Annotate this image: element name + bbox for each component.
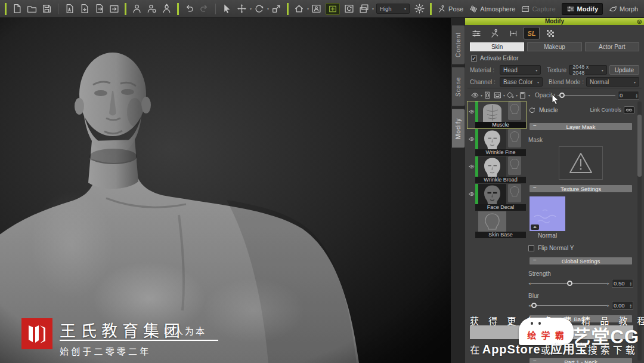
tab-makeup[interactable]: Makeup	[527, 42, 581, 51]
blur-spinner[interactable]: ▴▾	[630, 303, 631, 308]
character-export-icon[interactable]	[162, 4, 172, 14]
eye-icon[interactable]	[469, 109, 475, 115]
move-tool-caret-icon[interactable]: ▾	[250, 7, 252, 11]
opacity-spinner[interactable]: ▴▾	[636, 93, 637, 98]
strength-slider-thumb[interactable]	[567, 281, 572, 286]
mask-sheet-icon[interactable]	[484, 91, 491, 99]
layer-row-muscle[interactable]: Muscle	[467, 101, 526, 128]
orbit-camera-icon[interactable]	[344, 4, 354, 14]
layer-mask-thumbnail[interactable]	[508, 101, 521, 120]
select-tool-icon[interactable]	[222, 4, 232, 14]
normal-map-thumbnail[interactable]: ◂▸	[530, 196, 565, 231]
strength-spinner[interactable]: ▴▾	[630, 281, 631, 286]
section-global-settings[interactable]: − Global Settings	[530, 257, 632, 264]
tab-actor-part[interactable]: Actor Part	[585, 42, 639, 51]
focus-view-button[interactable]	[326, 3, 340, 15]
clipboard-caret-icon[interactable]: ▾	[528, 93, 530, 97]
collapse-icon[interactable]: −	[533, 257, 537, 263]
layer-mask-thumbnail[interactable]	[508, 184, 521, 202]
layer-mask-thumbnail[interactable]	[508, 156, 521, 175]
visibility-caret-icon[interactable]: ▾	[481, 93, 482, 97]
collapse-icon[interactable]: −	[533, 184, 537, 191]
layer-visibility-icon[interactable]	[471, 91, 479, 99]
tab-adjust[interactable]	[468, 27, 484, 39]
link-controls-toggle[interactable]	[624, 106, 634, 114]
undo-icon[interactable]	[184, 4, 194, 14]
strength-value-field[interactable]: 0.50▴▾	[612, 279, 633, 288]
layer-refresh-icon[interactable]	[528, 106, 536, 114]
layout-views-caret-icon[interactable]: ▾	[372, 7, 374, 11]
pose-button[interactable]: Pose	[438, 5, 463, 13]
scale-tool-icon[interactable]	[271, 4, 281, 14]
quality-dropdown[interactable]: High ▾	[376, 4, 410, 14]
merge-project-icon[interactable]	[109, 4, 119, 14]
side-tab-content[interactable]: Content	[452, 25, 465, 64]
home-view-icon[interactable]	[294, 4, 304, 14]
modify-button[interactable]: Modify	[562, 3, 603, 15]
flip-normal-y-checkbox[interactable]	[528, 245, 534, 251]
texture-size-dropdown[interactable]: 2048 x 2048▾	[569, 65, 607, 75]
layer-row-face-decal[interactable]: Face Decal	[467, 184, 526, 211]
blur-slider[interactable]	[531, 302, 608, 309]
fill-bucket-icon[interactable]	[506, 91, 514, 99]
clipboard-icon[interactable]	[519, 91, 527, 99]
collapse-icon[interactable]: −	[533, 358, 537, 363]
activate-editor-checkbox[interactable]: ✓	[471, 56, 477, 61]
camera-view-icon[interactable]	[311, 4, 321, 14]
export-file-icon[interactable]	[79, 4, 89, 14]
section-part1-neck[interactable]: − Part 1 - Neck	[530, 358, 632, 363]
send-file-icon[interactable]	[94, 4, 104, 14]
opacity-slider-thumb[interactable]	[559, 93, 565, 98]
slider-right-arrow-icon[interactable]: ▸	[607, 280, 609, 287]
home-view-caret-icon[interactable]: ▾	[307, 7, 309, 11]
tab-pose[interactable]	[487, 27, 503, 39]
character-icon[interactable]	[132, 4, 142, 14]
frame-caret-icon[interactable]: ▾	[503, 93, 505, 97]
save-project-icon[interactable]	[42, 4, 52, 14]
mask-thumbnail[interactable]	[559, 146, 603, 180]
opacity-value-field[interactable]: 0 ▴▾	[618, 91, 639, 100]
morph-button[interactable]: Morph	[609, 5, 638, 13]
section-layer-mask[interactable]: − Layer Mask	[530, 123, 632, 130]
layer-row-wrinkle-fine[interactable]: Wrinkle Fine	[467, 129, 526, 156]
tab-texture[interactable]	[542, 27, 558, 39]
eye-icon[interactable]	[469, 136, 475, 142]
import-file-icon[interactable]	[64, 4, 75, 14]
atmosphere-button[interactable]: Atmosphere	[469, 5, 515, 13]
panel-options-icon[interactable]: ◎	[637, 18, 642, 25]
frame-select-icon[interactable]	[494, 91, 501, 99]
redo-icon[interactable]	[199, 4, 209, 14]
slider-right-arrow-icon[interactable]: ▸	[607, 302, 609, 309]
character-settings-icon[interactable]	[147, 4, 157, 14]
open-project-icon[interactable]	[27, 4, 37, 14]
tab-skin[interactable]: Skin	[470, 42, 524, 51]
update-button[interactable]: Update	[609, 65, 639, 75]
move-tool-icon[interactable]	[237, 4, 247, 14]
rotate-tool-icon[interactable]	[254, 4, 264, 14]
tab-skingen[interactable]: SL	[524, 27, 540, 39]
rotate-tool-caret-icon[interactable]: ▾	[267, 7, 269, 11]
blur-value-field[interactable]: 0.00▴▾	[612, 301, 633, 310]
layer-row-skin-base[interactable]: Skin Base	[467, 211, 526, 238]
lighting-icon[interactable]	[414, 4, 425, 14]
section-texture-settings[interactable]: − Texture Settings	[530, 185, 632, 192]
channel-dropdown[interactable]: Base Color▾	[500, 77, 543, 87]
eye-icon[interactable]	[469, 191, 475, 197]
layout-views-icon[interactable]	[359, 4, 369, 14]
layer-mask-thumbnail[interactable]	[508, 129, 521, 147]
blend-mode-dropdown[interactable]: Normal▾	[586, 77, 639, 87]
strength-slider[interactable]	[531, 280, 608, 287]
swap-texture-icon[interactable]: ◂▸	[531, 224, 539, 230]
eye-icon[interactable]	[469, 164, 475, 170]
bucket-caret-icon[interactable]: ▾	[516, 93, 518, 97]
layer-row-wrinkle-broad[interactable]: Wrinkle Broad	[467, 156, 526, 183]
material-dropdown[interactable]: Head▾	[500, 65, 541, 75]
collapse-icon[interactable]: −	[533, 122, 537, 129]
side-tab-scene[interactable]: Scene	[452, 67, 465, 106]
new-project-icon[interactable]	[12, 4, 22, 14]
tab-proportion[interactable]	[505, 27, 521, 39]
opacity-slider[interactable]	[558, 92, 615, 99]
blur-slider-thumb[interactable]	[531, 303, 537, 308]
viewport-3d[interactable]: 王氏教育集团 以人为本 始 创 于 二 零 零 二 年	[0, 18, 451, 363]
panel-scrollbar-thumb[interactable]	[637, 115, 642, 177]
